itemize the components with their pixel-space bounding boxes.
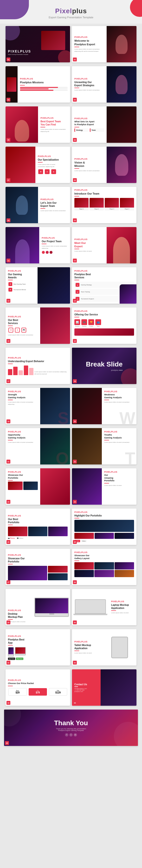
- slide-thankyou[interactable]: Thank You Thank you for watching this pr…: [4, 710, 138, 746]
- slide-num-11: 11: [6, 258, 10, 262]
- thankyou-sub: Thank you for watching this presentation…: [56, 728, 86, 731]
- service-icon-1: ●: [76, 283, 79, 287]
- stat-2: [20, 88, 68, 89]
- slide-our-best[interactable]: pixelplus Our BestServices ★ ♦ 🎮 Lorem i…: [5, 307, 70, 344]
- slides-row-14: pixelplus Showcase OurPortofolio 27 pixe…: [5, 549, 137, 585]
- slides-row-7: pixelplus Our GamingAwards ★ Best Gaming…: [5, 267, 137, 304]
- desktop-device-area: [33, 589, 70, 625]
- meet-img: [107, 227, 137, 264]
- gallery-item-5: [94, 570, 114, 577]
- slide-tablet-mockup[interactable]: pixelplus Tablet MockupApplication Lorem…: [72, 629, 137, 665]
- introduce-title: Introduce Our Team: [74, 192, 134, 195]
- offering-underline: [74, 317, 79, 317]
- slide-understanding[interactable]: pixelplus Understanding Esport Behavior …: [5, 348, 70, 384]
- awards-list: ★ Best Gaming Team ★ Tournament Winner: [8, 282, 35, 292]
- offering-icon-1: 📊: [74, 319, 80, 325]
- app-phone-screen: [8, 647, 13, 654]
- offering-img-strip: [74, 329, 134, 336]
- break-title: Break Slide: [86, 361, 123, 368]
- letsjoin-underline: [40, 208, 45, 209]
- slide-what-sets[interactable]: pixelplus What Sets Us Apartin Pixelplus…: [72, 106, 137, 143]
- slide-num-14: 14: [73, 299, 77, 303]
- slide-desktop-mockup[interactable]: pixelplus DesktopMockup Plan Lorem ipsum…: [5, 589, 70, 625]
- slide-letsjoin[interactable]: pixelplus Let's Join OurEsport Team Lore…: [5, 187, 70, 223]
- slide-showcase[interactable]: pixelplus Showcase OurPortofolio 23: [5, 468, 70, 505]
- slide-meet-expert[interactable]: pixelplus Meet OurExpert Lorem ipsum dol…: [72, 227, 137, 264]
- slide-gallery[interactable]: pixelplus Showcase OurGallery Layout 28: [72, 549, 137, 585]
- desktop-underline: [8, 619, 13, 620]
- slide-threats[interactable]: T pixelplus TreathsGaming Analysis Lorem…: [72, 428, 137, 464]
- slide-missions[interactable]: pixelplus Pixelplus Missions 03: [5, 66, 70, 102]
- letsjoin-img-inner: [5, 187, 38, 223]
- page-header: Pixelplus Esport Gaming Presentation Tem…: [0, 0, 142, 24]
- slide-highlight[interactable]: pixelplus Highlight Our Portofolio Photo…: [72, 508, 137, 545]
- slide-welcome[interactable]: pixelplus Welcome toPixelplus Esport Lor…: [72, 26, 137, 62]
- showcase2-underline: [8, 564, 13, 564]
- service-name-1: Gaming Strategy: [81, 284, 92, 285]
- best-services-underline: [74, 280, 79, 280]
- best-porto-content: pixelplus Our BestPortofolio 📷 Photos 🎬 …: [5, 508, 70, 545]
- slide-best-porto[interactable]: pixelplus Our BestPortofolio 📷 Photos 🎬 …: [5, 508, 70, 545]
- serv-icon-2: ♦: [15, 328, 20, 333]
- slide-num-25: 25: [6, 540, 10, 544]
- slide-best-services[interactable]: pixelplus Pixelplus BestServices ● Gamin…: [72, 267, 137, 304]
- slide-showcase2[interactable]: pixelplus Showcase OurPortofolio 27: [5, 549, 70, 585]
- slide-heading: pixelplus: [74, 36, 104, 38]
- slide-specialization[interactable]: pixelplus Our Specialization Lorem ipsum…: [5, 147, 70, 183]
- best-porto-underline: [8, 525, 13, 525]
- slide-best-app[interactable]: pixelplus Pixelplus BestApp App Store Pl…: [5, 629, 70, 665]
- showcase2-title: Showcase OurPortofolio: [8, 557, 68, 563]
- best-team-underline: [40, 127, 45, 127]
- spec-icons: ★ ♦ ●: [38, 169, 68, 175]
- brand-pixel: Pixel: [55, 7, 72, 15]
- slide-offering[interactable]: pixelplus Offering Our Service 📊 Analysi…: [72, 307, 137, 344]
- porto-grid-item-3: [48, 527, 68, 536]
- amazing-underline: [104, 483, 109, 484]
- contact-img: [101, 669, 137, 706]
- threats-label: pixelplus: [104, 431, 134, 433]
- gallery-item-1: [74, 562, 94, 569]
- slide-num-10: 10: [73, 218, 77, 222]
- unraveling-title: Unraveling OurEsport Strategies: [74, 81, 104, 87]
- meet-img-bg: [107, 227, 137, 264]
- slides-row-5: pixelplus Let's Join OurEsport Team Lore…: [5, 187, 137, 223]
- highlight-img-main: [74, 520, 134, 532]
- spec-underline: [38, 162, 43, 162]
- slide-num-30: 30: [73, 620, 77, 624]
- showcase2-thumb-1: [48, 566, 68, 573]
- slide-laptop-mockup[interactable]: pixelplus Laptop MockupApplication Lorem…: [72, 589, 137, 625]
- offering-label: pixelplus: [74, 310, 134, 312]
- best-team-title: Best Esport TeamYou Can Find: [40, 120, 68, 126]
- slide-num-5: 05: [6, 138, 10, 142]
- slide-opportunity[interactable]: O pixelplus OpportunityGaming Analysis L…: [5, 428, 70, 464]
- strength-label: pixelplus: [8, 390, 38, 393]
- app-phone: [8, 647, 14, 657]
- threats-underline: [104, 440, 109, 440]
- slide-project[interactable]: pixelplus Our Project Team Lorem ipsum d…: [5, 227, 70, 264]
- slide-num-9: 09: [6, 218, 10, 222]
- slide-contact[interactable]: Contact Us info@pixelplus.com+1 234 567 …: [72, 669, 137, 706]
- welcome-img: [107, 26, 137, 62]
- slide-amazing[interactable]: pixelplus OurAmazingPortofolio Lorem ips…: [72, 468, 137, 505]
- slide-unraveling[interactable]: pixelplus Unraveling OurEsport Strategie…: [72, 66, 137, 102]
- slide-gaming-awards[interactable]: pixelplus Our GamingAwards ★ Best Gaming…: [5, 267, 70, 304]
- slide-break[interactable]: Break Slide pixelplus ●●● 18: [72, 348, 137, 384]
- slide-vision[interactable]: pixelplus Vision &Mission Lorem ipsum do…: [72, 147, 137, 183]
- slide-num-3: 03: [6, 98, 10, 102]
- slides-row-11: O pixelplus OpportunityGaming Analysis L…: [5, 428, 137, 464]
- slide-meet-layout: pixelplus Meet OurExpert Lorem ipsum dol…: [72, 227, 137, 264]
- slide-cover[interactable]: PIXELPLUS Esport Gaming Presentation Tem…: [5, 26, 70, 62]
- brand-plus: plus: [72, 7, 87, 15]
- slide-weakness[interactable]: W pixelplus WeaknessGaming Analysis Lore…: [72, 388, 137, 424]
- slide-best-team[interactable]: pixelplus Best Esport TeamYou Can Find L…: [5, 106, 70, 143]
- project-underline: [42, 244, 46, 244]
- porto-grid-item-1: [8, 527, 28, 536]
- unraveling-person: [115, 75, 128, 94]
- slides-row-10: S pixelplus StrenghtGaming Analysis Lore…: [5, 388, 137, 424]
- slide-price[interactable]: pixelplus Choose Our Price Packet Basic …: [5, 669, 70, 706]
- slide-strength[interactable]: S pixelplus StrenghtGaming Analysis Lore…: [5, 388, 70, 424]
- opportunity-underline: [8, 440, 13, 440]
- project-label: pixelplus: [42, 237, 68, 239]
- showcase2-grid: [8, 566, 68, 580]
- slide-introduce[interactable]: pixelplus Introduce Our Team Player 1 Pl…: [72, 187, 137, 223]
